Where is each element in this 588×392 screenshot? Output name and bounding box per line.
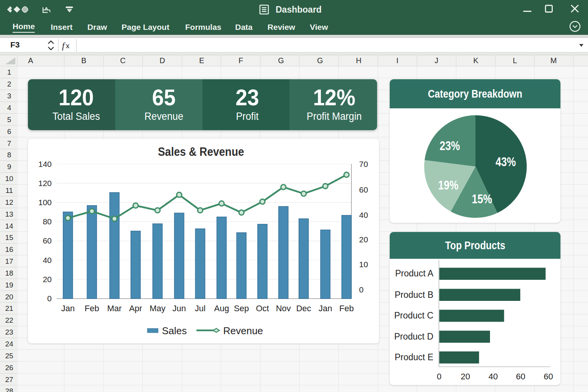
svg-text:Product C: Product C: [394, 310, 433, 320]
svg-text:60: 60: [544, 372, 553, 381]
svg-text:21: 21: [5, 304, 13, 312]
svg-text:4: 4: [7, 104, 11, 112]
svg-text:0: 0: [359, 285, 364, 294]
svg-text:60: 60: [359, 185, 368, 194]
svg-text:11: 11: [5, 186, 13, 194]
svg-text:3: 3: [7, 92, 11, 100]
svg-text:G: G: [278, 56, 284, 65]
svg-text:14: 14: [5, 222, 13, 230]
svg-text:15%: 15%: [472, 191, 492, 206]
svg-text:8: 8: [7, 151, 11, 159]
svg-text:40: 40: [359, 211, 368, 219]
svg-text:18: 18: [5, 269, 13, 277]
svg-text:9: 9: [7, 163, 11, 171]
svg-text:F: F: [238, 56, 243, 65]
svg-text:Mar: Mar: [107, 304, 122, 313]
svg-text:K: K: [473, 56, 479, 65]
svg-text:Feb: Feb: [85, 304, 99, 313]
svg-text:Product E: Product E: [395, 352, 433, 362]
svg-text:Apr: Apr: [129, 304, 142, 313]
svg-text:140: 140: [38, 160, 52, 168]
svg-text:Product D: Product D: [394, 332, 433, 341]
svg-text:17: 17: [5, 257, 13, 265]
svg-text:D: D: [160, 56, 165, 65]
svg-text:20: 20: [43, 275, 52, 284]
svg-text:Nov: Nov: [276, 304, 291, 313]
svg-text:Feb: Feb: [339, 304, 354, 313]
svg-text:L: L: [513, 56, 517, 65]
svg-text:0: 0: [437, 372, 441, 381]
svg-text:E: E: [199, 56, 204, 65]
svg-text:43%: 43%: [496, 154, 516, 169]
svg-text:40: 40: [43, 256, 52, 265]
svg-text:M: M: [550, 56, 557, 65]
svg-text:20: 20: [5, 293, 13, 301]
svg-text:A: A: [28, 56, 33, 65]
svg-text:60: 60: [43, 236, 52, 245]
svg-text:28: 28: [5, 387, 13, 392]
svg-text:Sep: Sep: [234, 304, 249, 313]
svg-text:J: J: [434, 56, 438, 65]
svg-text:19%: 19%: [438, 178, 459, 192]
svg-text:H: H: [356, 56, 361, 65]
svg-text:19: 19: [5, 281, 13, 289]
svg-text:23%: 23%: [440, 138, 460, 153]
svg-text:26: 26: [5, 364, 13, 372]
svg-text:I: I: [396, 56, 399, 65]
svg-text:6: 6: [7, 127, 11, 136]
svg-text:May: May: [150, 304, 166, 313]
svg-text:Jun: Jun: [172, 304, 186, 313]
svg-text:60: 60: [516, 372, 525, 381]
svg-text:Product B: Product B: [395, 290, 433, 300]
svg-text:Aug: Aug: [214, 304, 229, 313]
svg-text:Revenue: Revenue: [223, 325, 263, 336]
svg-text:10: 10: [359, 260, 368, 269]
svg-text:70: 70: [359, 160, 368, 168]
svg-text:5: 5: [7, 116, 11, 124]
svg-text:25: 25: [5, 352, 13, 360]
svg-text:Jan: Jan: [318, 304, 332, 313]
svg-text:40: 40: [488, 372, 498, 381]
svg-text:B: B: [81, 56, 86, 65]
svg-text:Sales & Revenue: Sales & Revenue: [158, 145, 244, 158]
svg-text:Dec: Dec: [296, 304, 311, 313]
svg-text:Sales: Sales: [162, 325, 187, 336]
svg-text:23: 23: [5, 328, 13, 336]
svg-text:22: 22: [5, 316, 13, 324]
svg-text:24: 24: [5, 340, 13, 348]
svg-text:16: 16: [5, 245, 13, 253]
svg-text:7: 7: [7, 139, 11, 147]
svg-text:2: 2: [7, 80, 11, 88]
svg-text:G: G: [317, 56, 323, 65]
svg-text:15: 15: [5, 234, 13, 242]
svg-text:120: 120: [38, 179, 52, 188]
svg-text:12: 12: [5, 198, 13, 206]
svg-text:Jan: Jan: [61, 304, 75, 313]
svg-text:C: C: [120, 56, 126, 65]
svg-text:Product A: Product A: [395, 268, 433, 278]
svg-text:1: 1: [7, 68, 11, 76]
svg-text:20: 20: [461, 372, 470, 381]
svg-text:Jul: Jul: [195, 304, 206, 313]
svg-text:Oct: Oct: [256, 304, 269, 313]
svg-text:20: 20: [359, 235, 368, 244]
svg-text:13: 13: [5, 210, 13, 218]
svg-text:100: 100: [38, 198, 52, 207]
svg-text:27: 27: [5, 376, 13, 384]
svg-text:80: 80: [43, 217, 52, 226]
svg-text:10: 10: [5, 175, 13, 183]
svg-text:0: 0: [47, 294, 52, 303]
